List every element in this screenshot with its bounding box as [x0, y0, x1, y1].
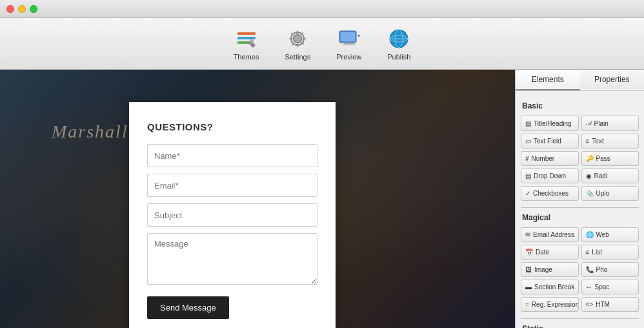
- form-card: QUESTIONS? Send Message: [129, 102, 336, 328]
- space-icon: ↔: [586, 283, 592, 291]
- element-pass[interactable]: 🔑 Pass: [581, 151, 639, 166]
- drop-down-icon: ▤: [525, 172, 531, 179]
- marshall-text: Marshall: [52, 121, 128, 142]
- settings-icon: [286, 27, 309, 50]
- themes-icon: [235, 27, 258, 50]
- element-drop-down[interactable]: ▤ Drop Down: [521, 169, 579, 183]
- element-upload[interactable]: 📎 Uplo: [581, 186, 639, 201]
- element-list[interactable]: ≡ List: [581, 245, 639, 260]
- number-label: Number: [532, 155, 555, 162]
- message-textarea[interactable]: [147, 233, 317, 285]
- publish-icon: [387, 27, 410, 50]
- preview-icon: [337, 27, 361, 50]
- web-label: Web: [596, 231, 609, 238]
- text-field-label: Text Field: [534, 138, 561, 145]
- element-section-break[interactable]: ▬ Section Break: [521, 280, 579, 294]
- date-icon: 📅: [525, 249, 533, 256]
- tab-properties[interactable]: Properties: [580, 70, 645, 90]
- svg-rect-8: [341, 32, 355, 41]
- upload-label: Uplo: [596, 190, 610, 197]
- settings-label: Settings: [285, 53, 310, 61]
- static-section-header: Static: [522, 324, 639, 328]
- checkboxes-icon: ✓: [525, 190, 530, 197]
- background-image: Marshall QUESTIONS? Send Message: [0, 70, 515, 328]
- phone-label: Pho: [596, 266, 608, 273]
- list-label: List: [592, 249, 602, 256]
- element-plain[interactable]: 𝒜 Plain: [581, 116, 639, 131]
- email-address-label: Email Address: [533, 231, 574, 238]
- element-radio[interactable]: ◉ Radi: [581, 169, 639, 183]
- phone-icon: 📞: [586, 266, 594, 273]
- basic-elements-grid: ▤ Title/Heading 𝒜 Plain ▭ Text Field ≡ T…: [521, 116, 639, 201]
- email-input[interactable]: [147, 174, 317, 197]
- email-address-icon: ✉: [525, 231, 530, 238]
- section-break-icon: ▬: [525, 283, 532, 291]
- element-space[interactable]: ↔ Spac: [581, 280, 639, 294]
- publish-toolbar-item[interactable]: Publish: [381, 23, 417, 65]
- text-field-icon: ▭: [525, 138, 531, 145]
- tab-elements[interactable]: Elements: [516, 70, 580, 90]
- svg-point-3: [250, 39, 254, 43]
- themes-toolbar-item[interactable]: Themes: [227, 23, 266, 65]
- title-heading-label: Title/Heading: [534, 120, 572, 127]
- list-icon: ≡: [586, 249, 590, 256]
- subject-input[interactable]: [147, 203, 317, 227]
- svg-rect-10: [343, 44, 356, 45]
- upload-icon: 📎: [586, 190, 594, 197]
- minimize-button[interactable]: [18, 5, 26, 13]
- right-panel: Elements Properties Basic ▤ Title/Headin…: [515, 70, 644, 328]
- element-title-heading[interactable]: ▤ Title/Heading: [521, 116, 579, 131]
- themes-label: Themes: [234, 53, 259, 61]
- plain-icon: 𝒜: [586, 119, 592, 127]
- section-divider-static: [521, 318, 639, 319]
- submit-button[interactable]: Send Message: [147, 296, 229, 319]
- title-bar: [0, 0, 644, 18]
- element-checkboxes[interactable]: ✓ Checkboxes: [521, 186, 579, 201]
- svg-rect-0: [237, 32, 256, 35]
- svg-point-6: [294, 36, 301, 42]
- date-label: Date: [536, 249, 549, 256]
- basic-section-header: Basic: [522, 101, 639, 110]
- magical-elements-grid: ✉ Email Address 🌐 Web 📅 Date ≡ List 🖼: [521, 227, 639, 312]
- form-title: QUESTIONS?: [147, 121, 317, 132]
- canvas-area: Marshall QUESTIONS? Send Message: [0, 70, 515, 328]
- space-label: Spac: [595, 283, 610, 291]
- radio-label: Radi: [594, 172, 608, 179]
- magical-section-header: Magical: [522, 213, 639, 222]
- element-html[interactable]: <> HTM: [581, 297, 639, 312]
- maximize-button[interactable]: [30, 5, 37, 13]
- element-email-address[interactable]: ✉ Email Address: [521, 227, 579, 242]
- web-icon: 🌐: [586, 231, 594, 238]
- radio-icon: ◉: [586, 172, 592, 179]
- panel-content: Basic ▤ Title/Heading 𝒜 Plain ▭ Text Fie…: [516, 91, 644, 328]
- publish-label: Publish: [387, 53, 410, 61]
- element-phone[interactable]: 📞 Pho: [581, 262, 639, 277]
- toolbar: Themes Settings: [0, 18, 644, 70]
- element-date[interactable]: 📅 Date: [521, 245, 579, 260]
- main-area: Marshall QUESTIONS? Send Message Element…: [0, 70, 644, 328]
- drop-down-label: Drop Down: [534, 172, 566, 179]
- name-input[interactable]: [147, 144, 317, 167]
- element-web[interactable]: 🌐 Web: [581, 227, 639, 242]
- svg-rect-1: [237, 37, 256, 39]
- traffic-lights: [6, 5, 37, 13]
- element-text-field[interactable]: ▭ Text Field: [521, 134, 579, 149]
- checkboxes-label: Checkboxes: [533, 190, 569, 197]
- reg-expression-label: Reg. Expression: [532, 301, 579, 308]
- preview-label: Preview: [336, 53, 361, 61]
- element-text[interactable]: ≡ Text: [581, 134, 639, 149]
- svg-rect-9: [344, 43, 354, 44]
- plain-label: Plain: [594, 120, 609, 127]
- image-label: Image: [534, 266, 552, 273]
- element-image[interactable]: 🖼 Image: [521, 262, 579, 277]
- pass-icon: 🔑: [586, 155, 594, 162]
- element-number[interactable]: # Number: [521, 151, 579, 166]
- preview-toolbar-item[interactable]: Preview: [330, 23, 368, 65]
- svg-marker-11: [357, 35, 360, 37]
- pass-label: Pass: [596, 155, 610, 162]
- element-reg-expression[interactable]: = Reg. Expression: [521, 297, 579, 312]
- image-icon: 🖼: [525, 266, 532, 273]
- settings-toolbar-item[interactable]: Settings: [278, 23, 317, 65]
- panel-tabs: Elements Properties: [516, 70, 644, 91]
- close-button[interactable]: [6, 5, 14, 13]
